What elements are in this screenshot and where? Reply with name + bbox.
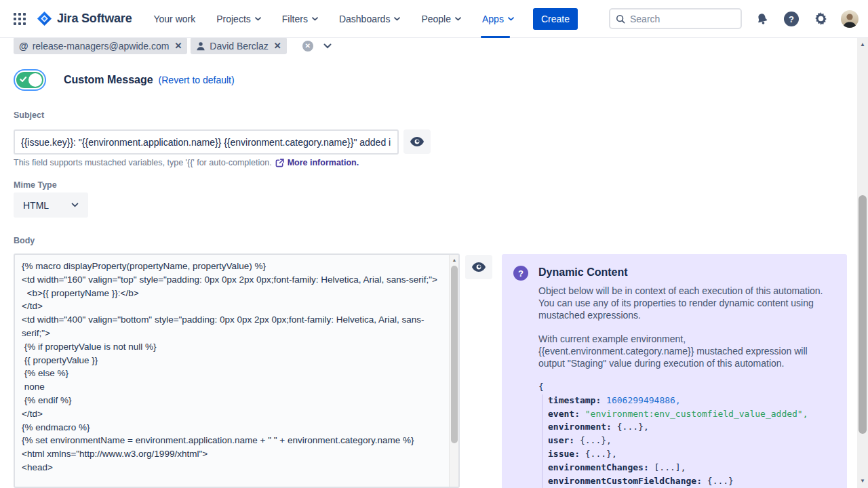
jira-logo-icon bbox=[37, 11, 52, 26]
page-scrollbar-thumb[interactable] bbox=[859, 195, 867, 434]
app-title: Jira Software bbox=[57, 12, 132, 26]
notifications-bell-icon[interactable] bbox=[753, 10, 771, 28]
chevron-down-icon bbox=[394, 17, 400, 21]
recipient-chip-email-list[interactable]: @ release-managers@apwide.com ✕ bbox=[14, 37, 187, 54]
nav-item-label: Apps bbox=[482, 14, 504, 24]
body-scrollbar[interactable]: ▲ bbox=[449, 255, 458, 487]
at-icon: @ bbox=[19, 41, 28, 52]
indent-guide bbox=[542, 394, 542, 488]
body-textarea[interactable]: {% macro displayProperty(propertyName, p… bbox=[14, 253, 460, 488]
scroll-up-icon[interactable]: ▲ bbox=[857, 39, 868, 50]
nav-menu: Your work Projects Filters Dashboards Pe… bbox=[153, 0, 513, 38]
body-scrollbar-thumb[interactable] bbox=[451, 266, 458, 443]
person-icon bbox=[196, 41, 205, 51]
chevron-down-icon bbox=[71, 203, 79, 207]
nav-right-group: ? bbox=[609, 8, 859, 29]
settings-gear-icon[interactable] bbox=[812, 10, 829, 28]
nav-item-projects[interactable]: Projects bbox=[216, 0, 261, 38]
nav-item-apps[interactable]: Apps bbox=[482, 0, 514, 38]
search-input[interactable] bbox=[630, 14, 725, 24]
recipient-chip-user[interactable]: David Berclaz ✕ bbox=[191, 37, 286, 54]
subject-input[interactable] bbox=[14, 129, 399, 155]
nav-item-your-work[interactable]: Your work bbox=[153, 0, 195, 38]
check-icon bbox=[20, 76, 27, 83]
user-avatar[interactable] bbox=[841, 10, 859, 28]
more-information-link[interactable]: More information. bbox=[288, 158, 359, 167]
context-object-code-block: { timestamp1606299494886, event"environm… bbox=[538, 380, 837, 487]
page-scrollbar[interactable]: ▲ ▼ bbox=[857, 38, 868, 488]
code-line-environment: environment{...}, bbox=[538, 420, 837, 434]
body-label: Body bbox=[14, 236, 35, 245]
clear-all-icon[interactable]: ✕ bbox=[302, 41, 313, 52]
dynamic-content-paragraph-1: Object below will be in context of each … bbox=[538, 285, 829, 321]
search-icon bbox=[616, 14, 625, 24]
chip-label: David Berclaz bbox=[210, 41, 268, 52]
nav-item-label: Dashboards bbox=[339, 14, 391, 24]
nav-item-label: People bbox=[421, 14, 451, 24]
code-value: {...}, bbox=[585, 449, 617, 459]
code-value: {...}, bbox=[580, 435, 612, 445]
remove-chip-icon[interactable]: ✕ bbox=[274, 41, 281, 51]
nav-item-label: Filters bbox=[282, 14, 308, 24]
code-line-event: event"environment:env_customfield_value_… bbox=[538, 407, 837, 421]
helper-text: This field supports mustached variables,… bbox=[14, 158, 272, 167]
code-line-user: user{...}, bbox=[538, 434, 837, 447]
help-icon[interactable]: ? bbox=[783, 10, 800, 28]
chevron-down-icon bbox=[455, 17, 461, 21]
nav-item-people[interactable]: People bbox=[421, 0, 461, 38]
remove-chip-icon[interactable]: ✕ bbox=[174, 41, 182, 51]
app-switcher-icon[interactable] bbox=[11, 10, 28, 28]
eye-icon bbox=[410, 137, 424, 146]
code-line-timestamp: timestamp1606299494886, bbox=[538, 394, 837, 407]
code-value: {...}, bbox=[617, 422, 649, 432]
nav-item-dashboards[interactable]: Dashboards bbox=[339, 0, 401, 38]
code-line-environment-changes: environmentChanges[...], bbox=[538, 461, 837, 474]
global-search[interactable] bbox=[609, 8, 742, 29]
chevron-down-icon bbox=[312, 17, 318, 21]
code-key: issue bbox=[548, 449, 585, 459]
recipients-chevron-down-icon[interactable] bbox=[323, 43, 332, 49]
dynamic-content-paragraph-2: With current example environment, {{even… bbox=[538, 333, 829, 369]
body-preview-button[interactable] bbox=[465, 255, 492, 279]
nav-item-label: Your work bbox=[153, 14, 195, 24]
external-link-icon bbox=[275, 159, 284, 167]
chip-label: release-managers@apwide.com bbox=[33, 41, 170, 52]
chevron-down-icon bbox=[508, 17, 514, 21]
scroll-down-icon[interactable]: ▼ bbox=[857, 476, 868, 487]
code-key: user bbox=[548, 435, 580, 445]
subject-preview-button[interactable] bbox=[403, 129, 431, 154]
code-key: timestamp bbox=[548, 395, 606, 405]
custom-message-toggle[interactable] bbox=[16, 72, 43, 88]
chevron-down-icon bbox=[255, 17, 261, 21]
code-value: 1606299494886, bbox=[606, 395, 681, 405]
code-line-issue: issue{...}, bbox=[538, 447, 837, 461]
mime-type-select[interactable]: HTML bbox=[14, 192, 88, 218]
create-button[interactable]: Create bbox=[533, 8, 578, 30]
nav-item-filters[interactable]: Filters bbox=[282, 0, 318, 38]
top-navigation-bar: Jira Software Your work Projects Filters… bbox=[0, 0, 868, 38]
recipients-field[interactable]: @ release-managers@apwide.com ✕ David Be… bbox=[14, 37, 332, 54]
jira-logo[interactable]: Jira Software bbox=[37, 11, 132, 26]
custom-message-row: Custom Message (Revert to default) bbox=[16, 72, 235, 88]
eye-icon bbox=[472, 262, 486, 272]
code-key: environment bbox=[548, 422, 617, 432]
code-value: "environment:env_customfield_value_added… bbox=[585, 409, 808, 419]
code-key: event bbox=[548, 409, 585, 419]
body-textarea-content: {% macro displayProperty(propertyName, p… bbox=[15, 255, 449, 487]
custom-message-label: Custom Message bbox=[64, 74, 153, 86]
grid-icon bbox=[14, 13, 26, 25]
code-line: { bbox=[538, 380, 837, 394]
code-line-environment-customfield-change: environmentCustomFieldChange{...} bbox=[538, 474, 837, 488]
question-icon: ? bbox=[513, 266, 528, 281]
toggle-knob bbox=[28, 73, 42, 87]
scroll-up-icon[interactable]: ▲ bbox=[450, 256, 459, 265]
revert-to-default-link[interactable]: (Revert to default) bbox=[159, 75, 235, 85]
page: Jira Software Your work Projects Filters… bbox=[0, 0, 868, 488]
dynamic-content-panel: ? Dynamic Content Object below will be i… bbox=[502, 254, 847, 488]
nav-item-label: Projects bbox=[216, 14, 251, 24]
code-value: {...} bbox=[707, 476, 734, 486]
mime-type-value: HTML bbox=[23, 200, 49, 211]
dynamic-content-title: Dynamic Content bbox=[538, 266, 628, 279]
svg-text:?: ? bbox=[789, 14, 794, 24]
code-key: environmentCustomFieldChange bbox=[548, 476, 707, 486]
